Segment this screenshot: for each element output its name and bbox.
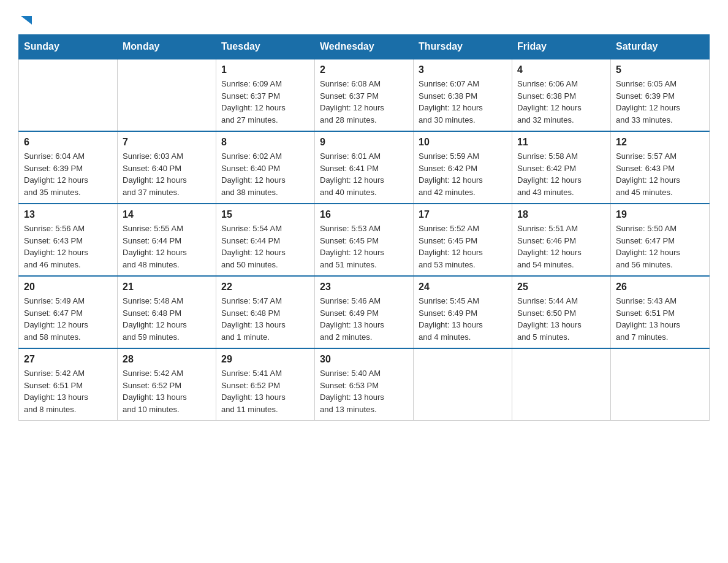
calendar-cell: 29Sunrise: 5:41 AM Sunset: 6:52 PM Dayli… <box>216 348 315 421</box>
calendar-cell: 17Sunrise: 5:52 AM Sunset: 6:45 PM Dayli… <box>414 204 512 276</box>
calendar-cell <box>19 59 118 131</box>
svg-marker-0 <box>21 16 32 25</box>
day-number: 9 <box>320 137 408 148</box>
calendar-cell: 5Sunrise: 6:05 AM Sunset: 6:39 PM Daylig… <box>611 59 710 131</box>
calendar-cell: 25Sunrise: 5:44 AM Sunset: 6:50 PM Dayli… <box>512 276 611 348</box>
weekday-header-thursday: Thursday <box>414 35 512 59</box>
calendar-cell: 30Sunrise: 5:40 AM Sunset: 6:53 PM Dayli… <box>315 348 414 421</box>
day-info: Sunrise: 6:04 AM Sunset: 6:39 PM Dayligh… <box>24 150 112 198</box>
weekday-header-friday: Friday <box>512 35 611 59</box>
calendar-cell: 3Sunrise: 6:07 AM Sunset: 6:38 PM Daylig… <box>414 59 512 131</box>
day-info: Sunrise: 5:43 AM Sunset: 6:51 PM Dayligh… <box>616 295 704 343</box>
day-number: 18 <box>517 209 605 220</box>
day-info: Sunrise: 5:42 AM Sunset: 6:52 PM Dayligh… <box>123 367 211 415</box>
calendar-cell: 1Sunrise: 6:09 AM Sunset: 6:37 PM Daylig… <box>216 59 315 131</box>
logo-triangle-icon <box>20 13 33 27</box>
day-number: 21 <box>123 282 211 293</box>
day-info: Sunrise: 5:50 AM Sunset: 6:47 PM Dayligh… <box>616 223 704 270</box>
day-number: 25 <box>517 282 605 293</box>
day-number: 15 <box>221 209 309 220</box>
day-info: Sunrise: 6:06 AM Sunset: 6:38 PM Dayligh… <box>517 78 605 126</box>
calendar-week-row: 27Sunrise: 5:42 AM Sunset: 6:51 PM Dayli… <box>19 348 710 421</box>
calendar-cell: 13Sunrise: 5:56 AM Sunset: 6:43 PM Dayli… <box>19 204 118 276</box>
calendar-cell: 16Sunrise: 5:53 AM Sunset: 6:45 PM Dayli… <box>315 204 414 276</box>
calendar-week-row: 6Sunrise: 6:04 AM Sunset: 6:39 PM Daylig… <box>19 131 710 204</box>
day-info: Sunrise: 6:09 AM Sunset: 6:37 PM Dayligh… <box>221 78 309 126</box>
day-info: Sunrise: 6:01 AM Sunset: 6:41 PM Dayligh… <box>320 150 408 198</box>
calendar-cell: 24Sunrise: 5:45 AM Sunset: 6:49 PM Dayli… <box>414 276 512 348</box>
calendar-cell: 2Sunrise: 6:08 AM Sunset: 6:37 PM Daylig… <box>315 59 414 131</box>
calendar-cell: 14Sunrise: 5:55 AM Sunset: 6:44 PM Dayli… <box>118 204 216 276</box>
page-header <box>18 12 710 22</box>
calendar-cell: 4Sunrise: 6:06 AM Sunset: 6:38 PM Daylig… <box>512 59 611 131</box>
logo <box>18 12 33 22</box>
weekday-header-saturday: Saturday <box>611 35 710 59</box>
day-info: Sunrise: 5:58 AM Sunset: 6:42 PM Dayligh… <box>517 150 605 198</box>
day-info: Sunrise: 5:55 AM Sunset: 6:44 PM Dayligh… <box>123 223 211 270</box>
day-info: Sunrise: 6:08 AM Sunset: 6:37 PM Dayligh… <box>320 78 408 126</box>
day-info: Sunrise: 5:49 AM Sunset: 6:47 PM Dayligh… <box>24 295 112 343</box>
calendar-cell: 18Sunrise: 5:51 AM Sunset: 6:46 PM Dayli… <box>512 204 611 276</box>
calendar-cell <box>414 348 512 421</box>
day-info: Sunrise: 5:59 AM Sunset: 6:42 PM Dayligh… <box>419 150 507 198</box>
day-info: Sunrise: 5:53 AM Sunset: 6:45 PM Dayligh… <box>320 223 408 270</box>
day-number: 8 <box>221 137 309 148</box>
calendar-week-row: 20Sunrise: 5:49 AM Sunset: 6:47 PM Dayli… <box>19 276 710 348</box>
day-info: Sunrise: 6:02 AM Sunset: 6:40 PM Dayligh… <box>221 150 309 198</box>
weekday-header-row: SundayMondayTuesdayWednesdayThursdayFrid… <box>19 35 710 59</box>
calendar-cell: 22Sunrise: 5:47 AM Sunset: 6:48 PM Dayli… <box>216 276 315 348</box>
calendar-cell: 9Sunrise: 6:01 AM Sunset: 6:41 PM Daylig… <box>315 131 414 204</box>
day-info: Sunrise: 6:03 AM Sunset: 6:40 PM Dayligh… <box>123 150 211 198</box>
calendar-week-row: 1Sunrise: 6:09 AM Sunset: 6:37 PM Daylig… <box>19 59 710 131</box>
calendar-cell <box>611 348 710 421</box>
calendar-cell: 21Sunrise: 5:48 AM Sunset: 6:48 PM Dayli… <box>118 276 216 348</box>
calendar-week-row: 13Sunrise: 5:56 AM Sunset: 6:43 PM Dayli… <box>19 204 710 276</box>
day-info: Sunrise: 5:45 AM Sunset: 6:49 PM Dayligh… <box>419 295 507 343</box>
day-number: 6 <box>24 137 112 148</box>
calendar-cell: 8Sunrise: 6:02 AM Sunset: 6:40 PM Daylig… <box>216 131 315 204</box>
calendar-cell: 12Sunrise: 5:57 AM Sunset: 6:43 PM Dayli… <box>611 131 710 204</box>
day-number: 1 <box>221 64 309 75</box>
weekday-header-sunday: Sunday <box>19 35 118 59</box>
day-number: 3 <box>419 64 507 75</box>
calendar-cell: 11Sunrise: 5:58 AM Sunset: 6:42 PM Dayli… <box>512 131 611 204</box>
day-number: 29 <box>221 354 309 365</box>
day-info: Sunrise: 5:56 AM Sunset: 6:43 PM Dayligh… <box>24 223 112 270</box>
day-number: 4 <box>517 64 605 75</box>
day-number: 27 <box>24 354 112 365</box>
weekday-header-tuesday: Tuesday <box>216 35 315 59</box>
calendar-cell: 7Sunrise: 6:03 AM Sunset: 6:40 PM Daylig… <box>118 131 216 204</box>
day-info: Sunrise: 5:47 AM Sunset: 6:48 PM Dayligh… <box>221 295 309 343</box>
day-number: 28 <box>123 354 211 365</box>
day-number: 17 <box>419 209 507 220</box>
day-info: Sunrise: 5:54 AM Sunset: 6:44 PM Dayligh… <box>221 223 309 270</box>
day-info: Sunrise: 5:52 AM Sunset: 6:45 PM Dayligh… <box>419 223 507 270</box>
calendar-table: SundayMondayTuesdayWednesdayThursdayFrid… <box>18 34 710 421</box>
calendar-cell: 23Sunrise: 5:46 AM Sunset: 6:49 PM Dayli… <box>315 276 414 348</box>
day-info: Sunrise: 5:48 AM Sunset: 6:48 PM Dayligh… <box>123 295 211 343</box>
day-number: 11 <box>517 137 605 148</box>
day-number: 5 <box>616 64 704 75</box>
calendar-cell: 28Sunrise: 5:42 AM Sunset: 6:52 PM Dayli… <box>118 348 216 421</box>
day-number: 30 <box>320 354 408 365</box>
day-info: Sunrise: 5:41 AM Sunset: 6:52 PM Dayligh… <box>221 367 309 415</box>
calendar-cell: 27Sunrise: 5:42 AM Sunset: 6:51 PM Dayli… <box>19 348 118 421</box>
day-info: Sunrise: 6:07 AM Sunset: 6:38 PM Dayligh… <box>419 78 507 126</box>
day-info: Sunrise: 6:05 AM Sunset: 6:39 PM Dayligh… <box>616 78 704 126</box>
calendar-cell: 26Sunrise: 5:43 AM Sunset: 6:51 PM Dayli… <box>611 276 710 348</box>
weekday-header-monday: Monday <box>118 35 216 59</box>
day-number: 19 <box>616 209 704 220</box>
day-number: 13 <box>24 209 112 220</box>
day-number: 23 <box>320 282 408 293</box>
day-number: 7 <box>123 137 211 148</box>
calendar-cell: 10Sunrise: 5:59 AM Sunset: 6:42 PM Dayli… <box>414 131 512 204</box>
day-number: 22 <box>221 282 309 293</box>
day-number: 24 <box>419 282 507 293</box>
calendar-cell: 20Sunrise: 5:49 AM Sunset: 6:47 PM Dayli… <box>19 276 118 348</box>
day-info: Sunrise: 5:44 AM Sunset: 6:50 PM Dayligh… <box>517 295 605 343</box>
day-info: Sunrise: 5:46 AM Sunset: 6:49 PM Dayligh… <box>320 295 408 343</box>
day-number: 16 <box>320 209 408 220</box>
calendar-cell: 15Sunrise: 5:54 AM Sunset: 6:44 PM Dayli… <box>216 204 315 276</box>
day-number: 12 <box>616 137 704 148</box>
day-number: 26 <box>616 282 704 293</box>
